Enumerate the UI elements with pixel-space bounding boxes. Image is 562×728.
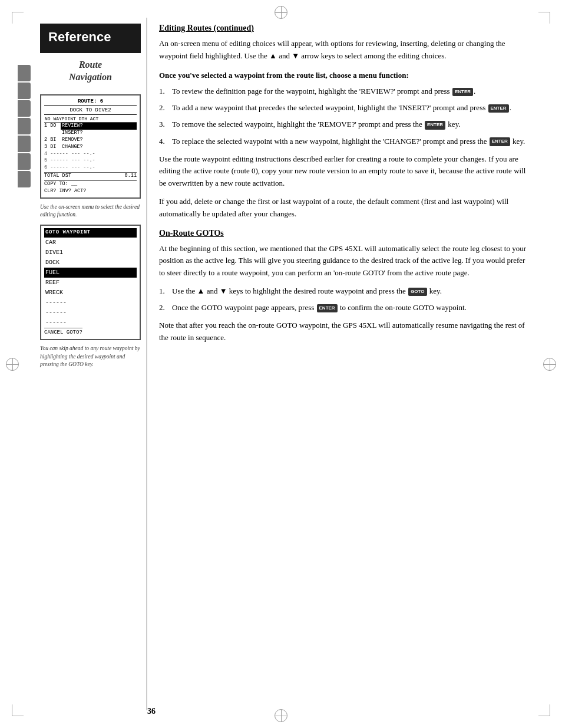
vertical-rule bbox=[146, 18, 147, 710]
tab-mark-7 bbox=[18, 171, 31, 187]
bold-instruction: Once you've selected a waypoint from the… bbox=[159, 70, 533, 81]
tab-mark-5 bbox=[18, 136, 31, 152]
goto-num-1: 1. bbox=[159, 285, 172, 297]
paragraph-4: At the beginning of this section, we men… bbox=[159, 243, 533, 279]
item-num-2: 2. bbox=[159, 102, 172, 114]
screen2-caption: You can skip ahead to any route waypoint… bbox=[40, 345, 141, 368]
screen1-caption: Use the on-screen menu to select the des… bbox=[40, 203, 141, 219]
goto-item-1: 1. Use the ▲ and ▼ keys to highlight the… bbox=[159, 285, 533, 297]
item-num-3: 3. bbox=[159, 118, 172, 130]
crosshair-top bbox=[275, 6, 287, 19]
route-nav-label: RouteNavigation bbox=[40, 59, 141, 84]
device-screen-1: ROUTE: 6 DOCK TO DIVE2 NO WAYPOINT DTH A… bbox=[40, 94, 141, 199]
tab-mark-6 bbox=[18, 153, 31, 170]
crosshair-bottom bbox=[275, 709, 287, 722]
enter-key-1: ENTER bbox=[452, 88, 473, 96]
item-text-4: To replace the selected waypoint with a … bbox=[172, 136, 533, 147]
item-num-1: 1. bbox=[159, 85, 172, 97]
section-heading-1: Editing Routes (continued) bbox=[159, 24, 533, 33]
item-num-4: 4. bbox=[159, 136, 172, 147]
paragraph-1: An on-screen menu of editing choices wil… bbox=[159, 38, 533, 62]
enter-key-goto: ENTER bbox=[317, 304, 338, 312]
list-item-2: 2. To add a new waypoint that precedes t… bbox=[159, 102, 533, 114]
enter-key-2: ENTER bbox=[488, 104, 509, 113]
goto-text-1: Use the ▲ and ▼ keys to highlight the de… bbox=[172, 285, 533, 297]
main-content: Editing Routes (continued) An on-screen … bbox=[147, 18, 544, 710]
goto-num-2: 2. bbox=[159, 302, 172, 314]
goto-text-2: Once the GOTO waypoint page appears, pre… bbox=[172, 302, 533, 314]
enter-key-3: ENTER bbox=[425, 121, 445, 129]
sidebar: Reference RouteNavigation ROUTE: 6 DOCK … bbox=[18, 18, 147, 710]
tab-mark-3 bbox=[18, 100, 31, 117]
item-text-2: To add a new waypoint that precedes the … bbox=[172, 102, 533, 114]
item-text-1: To review the definition page for the wa… bbox=[172, 85, 533, 97]
paragraph-5: Note that after you reach the on-route G… bbox=[159, 319, 533, 344]
list-item-4: 4. To replace the selected waypoint with… bbox=[159, 136, 533, 147]
item-text-3: To remove the selected waypoint, highlig… bbox=[172, 118, 533, 130]
enter-key-4: ENTER bbox=[490, 137, 510, 146]
tab-marks bbox=[18, 65, 35, 710]
reference-label: Reference bbox=[40, 24, 141, 53]
goto-item-2: 2. Once the GOTO waypoint page appears, … bbox=[159, 302, 533, 314]
list-item-3: 3. To remove the selected waypoint, high… bbox=[159, 118, 533, 130]
crosshair-left bbox=[6, 358, 19, 371]
crosshair-right bbox=[543, 358, 556, 371]
tab-mark-1 bbox=[18, 65, 31, 81]
paragraph-2: Use the route waypoint editing instructi… bbox=[159, 153, 533, 190]
device-screen-2: GOTO WAYPOINT CAR DIVE1 DOCK FUEL REEF W… bbox=[40, 225, 141, 340]
tab-mark-2 bbox=[18, 83, 31, 99]
paragraph-3: If you add, delete or change the first o… bbox=[159, 196, 533, 220]
page-number: 36 bbox=[147, 707, 156, 716]
goto-list: 1. Use the ▲ and ▼ keys to highlight the… bbox=[159, 285, 533, 314]
section-divider: On-Route GOTOs bbox=[159, 229, 533, 238]
tab-mark-4 bbox=[18, 118, 31, 134]
editing-list: 1. To review the definition page for the… bbox=[159, 85, 533, 147]
section-heading-2: On-Route GOTOs bbox=[159, 229, 533, 238]
goto-key-1: GOTO bbox=[408, 288, 427, 296]
list-item-1: 1. To review the definition page for the… bbox=[159, 85, 533, 97]
